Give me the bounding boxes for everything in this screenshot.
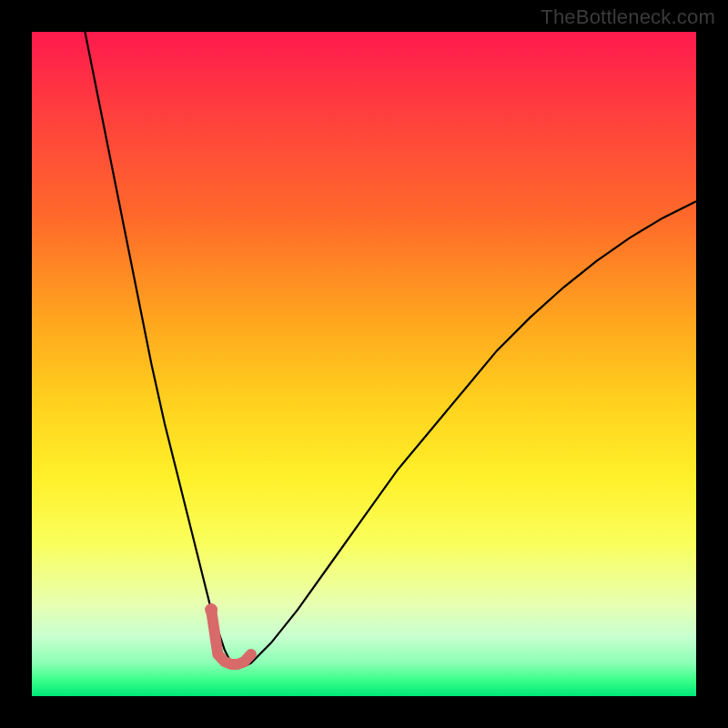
bottom-marker: [211, 610, 251, 664]
plot-area: [32, 32, 696, 696]
watermark-text: TheBottleneck.com: [541, 5, 715, 29]
curve-svg: [32, 32, 696, 696]
chart-frame: TheBottleneck.com: [0, 0, 728, 728]
bottleneck-curve: [85, 32, 696, 666]
marker-dot: [205, 603, 217, 616]
